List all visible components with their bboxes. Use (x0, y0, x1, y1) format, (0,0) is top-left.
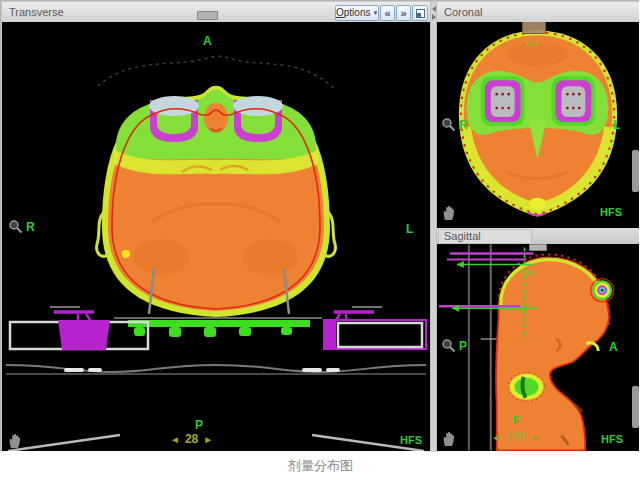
transverse-slice-slider-handle[interactable] (197, 11, 218, 20)
coronal-title: Coronal (444, 6, 483, 18)
pan-hand-icon (7, 432, 24, 449)
dropdown-arrow-icon: ▼ (372, 10, 378, 16)
coronal-scrollbar[interactable] (632, 150, 639, 192)
coronal-viewport[interactable]: GH R L HFS (437, 22, 639, 228)
orientation-label-posterior: P (195, 418, 203, 432)
orientation-label-anterior: A (609, 340, 618, 354)
transverse-ct-dose-image (2, 22, 430, 451)
sagittal-title: Sagittal (444, 230, 481, 242)
slice-next-arrow[interactable]: ► (203, 434, 213, 445)
sagittal-scrollbar[interactable] (632, 386, 639, 428)
maximize-icon (416, 9, 425, 18)
panel-splitter[interactable] (430, 2, 437, 452)
sagittal-viewport[interactable]: GH P A F ◄ 170 ► HFS (437, 244, 639, 451)
orientation-label-posterior: P (459, 339, 467, 353)
magnifier-icon (441, 117, 456, 132)
sagittal-slice-number: 170 (506, 430, 526, 444)
slice-next-arrow[interactable]: ► (531, 432, 541, 443)
coronal-header: Coronal (437, 2, 639, 23)
patient-position-label: HFS (600, 206, 622, 218)
sagittal-structure-annotation: GH (523, 268, 535, 277)
patient-position-label: HFS (601, 433, 623, 445)
previous-slice-button[interactable]: « (380, 5, 395, 21)
sagittal-slice-indicator: ◄ 170 ► (491, 430, 541, 444)
transverse-slice-number: 28 (185, 432, 198, 446)
sagittal-slice-slider-handle[interactable] (529, 244, 547, 251)
orientation-label-left: L (613, 118, 620, 132)
dose-distribution-screenshot: Transverse Options▼ « » (0, 0, 641, 484)
transverse-slice-indicator: ◄ 28 ► (170, 432, 213, 446)
transverse-viewport[interactable]: A R L P ◄ 28 ► HFS (2, 22, 430, 451)
maximize-button[interactable] (412, 5, 428, 21)
transverse-title: Transverse (9, 6, 64, 18)
next-slice-button[interactable]: » (396, 5, 411, 21)
sagittal-header: Sagittal (437, 228, 639, 245)
magnifier-icon (441, 338, 456, 353)
coronal-slice-slider-handle[interactable] (522, 22, 546, 34)
slice-prev-arrow[interactable]: ◄ (170, 434, 180, 445)
patient-position-label: HFS (400, 434, 422, 446)
orientation-label-right: R (459, 118, 468, 132)
magnifier-icon (8, 219, 23, 234)
orientation-label-left: L (406, 222, 413, 236)
options-button[interactable]: Options▼ (335, 5, 379, 21)
orientation-label-anterior: A (203, 34, 212, 48)
pan-hand-icon (441, 430, 458, 447)
splitter-right-arrow-icon (432, 14, 436, 20)
orientation-label-feet: F (513, 415, 519, 426)
slice-prev-arrow[interactable]: ◄ (491, 432, 501, 443)
transverse-header: Transverse Options▼ « » (2, 2, 430, 23)
coronal-structure-annotation: GH (526, 39, 538, 48)
figure-caption: 剂量分布图 (0, 457, 641, 475)
orientation-label-right: R (26, 220, 35, 234)
pan-hand-icon (441, 204, 458, 221)
planning-viewer: Transverse Options▼ « » (0, 0, 639, 451)
splitter-left-arrow-icon (432, 6, 436, 12)
